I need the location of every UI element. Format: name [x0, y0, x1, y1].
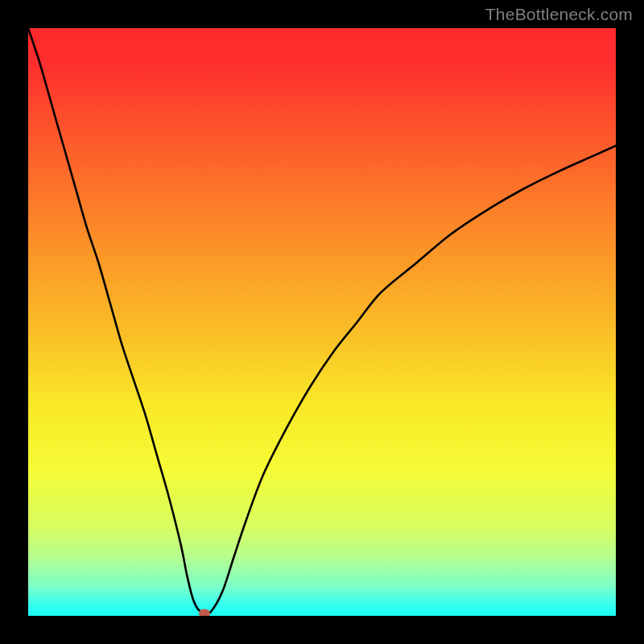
plot-area: [28, 28, 616, 616]
bottleneck-curve: [28, 28, 616, 614]
chart-svg: [28, 28, 616, 616]
minimum-marker: [199, 609, 210, 617]
watermark-text: TheBottleneck.com: [485, 5, 633, 24]
chart-frame: TheBottleneck.com: [0, 0, 644, 644]
